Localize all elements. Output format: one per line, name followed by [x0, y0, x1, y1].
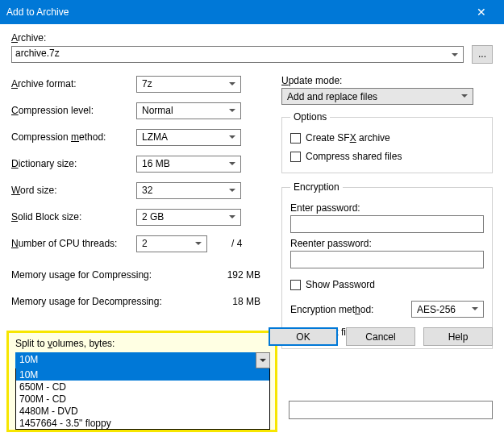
dictionary-size-label: Dictionary size:: [11, 158, 136, 169]
browse-button[interactable]: ...: [472, 45, 493, 64]
archive-format-label: Archive format:: [11, 78, 136, 89]
encryption-group: Encryption Enter password: Reenter passw…: [281, 181, 493, 349]
encryption-method-label: Encryption method:: [290, 304, 406, 315]
split-volumes-label: Split to volumes, bytes:: [15, 338, 269, 349]
mem-decompress-value: 18 MB: [181, 296, 265, 307]
sfx-label: Create SFX archive: [306, 132, 390, 144]
encryption-method-select[interactable]: AES-256: [411, 301, 484, 318]
cancel-button[interactable]: Cancel: [346, 327, 415, 346]
encryption-legend: Encryption: [290, 181, 343, 193]
split-volumes-input[interactable]: 10M: [15, 352, 270, 368]
window-title: Add to Archive: [6, 6, 69, 18]
sfx-checkbox[interactable]: [290, 133, 301, 144]
compress-shared-checkbox[interactable]: [290, 152, 301, 162]
split-option[interactable]: 650M - CD: [16, 381, 269, 393]
dictionary-size-select[interactable]: 16 MB: [136, 156, 241, 173]
solid-block-size-select[interactable]: 2 GB: [136, 209, 241, 226]
mem-compress-value: 192 MB: [181, 269, 265, 281]
split-volumes-group: Split to volumes, bytes: 10M 10M 650M - …: [6, 331, 277, 432]
help-button[interactable]: Help: [423, 327, 493, 346]
reenter-password-input[interactable]: [290, 251, 484, 268]
parameters-input[interactable]: [289, 401, 493, 419]
reenter-password-label: Reenter password:: [290, 238, 484, 249]
split-option[interactable]: 1457664 - 3.5" floppy: [16, 417, 269, 429]
title-bar: Add to Archive ✕: [0, 0, 504, 24]
split-volumes-dropdown: 10M 650M - CD 700M - CD 4480M - DVD 1457…: [15, 368, 270, 430]
cpu-threads-label: Number of CPU threads:: [11, 238, 136, 249]
compression-level-select[interactable]: Normal: [136, 102, 241, 119]
show-password-checkbox[interactable]: [290, 280, 301, 290]
close-icon[interactable]: ✕: [465, 6, 498, 19]
archive-label: Archive:: [11, 32, 493, 44]
compression-method-select[interactable]: LZMA: [136, 129, 241, 146]
compress-shared-label: Compress shared files: [306, 151, 402, 162]
update-mode-select[interactable]: Add and replace files: [281, 88, 473, 105]
options-legend: Options: [290, 111, 330, 123]
archive-name-input[interactable]: archive.7z: [11, 46, 464, 63]
word-size-label: Word size:: [11, 185, 136, 196]
password-input[interactable]: [290, 215, 484, 233]
split-option[interactable]: 700M - CD: [16, 393, 269, 405]
mem-decompress-label: Memory usage for Decompressing:: [11, 296, 181, 307]
cpu-threads-max: / 4: [231, 238, 242, 249]
compression-method-label: Compression method:: [11, 131, 136, 143]
show-password-label: Show Password: [306, 279, 375, 290]
split-option[interactable]: 10M: [16, 368, 269, 381]
archive-format-select[interactable]: 7z: [136, 76, 241, 93]
solid-block-size-label: Solid Block size:: [11, 211, 136, 223]
mem-compress-label: Memory usage for Compressing:: [11, 269, 181, 281]
update-mode-label: Update mode:: [281, 75, 493, 86]
options-group: Options Create SFX archive Compress shar…: [281, 111, 493, 173]
compression-level-label: Compression level:: [11, 105, 136, 116]
cpu-threads-select[interactable]: 2: [136, 235, 207, 252]
password-label: Enter password:: [290, 202, 484, 214]
split-option[interactable]: 4480M - DVD: [16, 405, 269, 417]
chevron-down-icon[interactable]: [256, 352, 270, 368]
ok-button[interactable]: OK: [269, 327, 338, 346]
word-size-select[interactable]: 32: [136, 182, 241, 199]
